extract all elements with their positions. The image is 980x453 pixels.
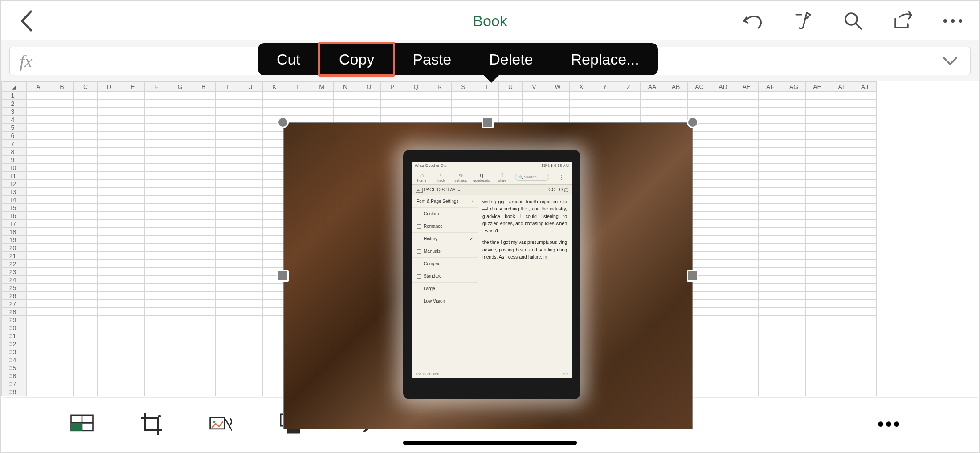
- cell[interactable]: [711, 236, 735, 244]
- cell[interactable]: [145, 388, 168, 396]
- cell[interactable]: [121, 236, 145, 244]
- cell[interactable]: [121, 204, 145, 212]
- cell[interactable]: [617, 92, 641, 100]
- cell[interactable]: [782, 252, 806, 260]
- cell[interactable]: [168, 388, 192, 396]
- row-header[interactable]: 30: [2, 324, 27, 332]
- cell[interactable]: [523, 108, 546, 116]
- cell[interactable]: [27, 108, 50, 116]
- row-header[interactable]: 12: [2, 180, 27, 188]
- cell[interactable]: [98, 252, 121, 260]
- cell[interactable]: [121, 164, 145, 172]
- cell[interactable]: [216, 284, 239, 292]
- cell[interactable]: [735, 244, 759, 252]
- resize-handle-mr[interactable]: [687, 270, 698, 282]
- cell[interactable]: [27, 244, 50, 252]
- column-header[interactable]: AE: [735, 82, 759, 92]
- cell[interactable]: [168, 100, 192, 108]
- column-header[interactable]: Q: [404, 82, 428, 92]
- row-header[interactable]: 25: [2, 284, 27, 292]
- cell[interactable]: [27, 148, 50, 156]
- cell[interactable]: [782, 236, 806, 244]
- search-icon[interactable]: [841, 8, 866, 33]
- cell[interactable]: [759, 212, 782, 220]
- cell[interactable]: [50, 292, 74, 300]
- cell[interactable]: [121, 324, 145, 332]
- cell[interactable]: [782, 164, 806, 172]
- back-button[interactable]: [15, 8, 40, 33]
- cell[interactable]: [759, 100, 782, 108]
- cell[interactable]: [829, 300, 853, 308]
- cell[interactable]: [711, 340, 735, 348]
- cell[interactable]: [782, 172, 806, 180]
- cell[interactable]: [145, 116, 168, 124]
- cell[interactable]: [806, 372, 829, 380]
- cell[interactable]: [98, 92, 121, 100]
- cell[interactable]: [74, 252, 98, 260]
- cell[interactable]: [192, 324, 216, 332]
- cell[interactable]: [27, 156, 50, 164]
- cell[interactable]: [98, 276, 121, 284]
- cell[interactable]: [711, 164, 735, 172]
- cell[interactable]: [759, 124, 782, 132]
- cell[interactable]: [853, 188, 877, 196]
- cell[interactable]: [168, 348, 192, 356]
- cell[interactable]: [334, 108, 357, 116]
- cell[interactable]: [50, 220, 74, 228]
- cell[interactable]: [74, 292, 98, 300]
- share-icon[interactable]: [890, 8, 915, 33]
- cell[interactable]: [121, 340, 145, 348]
- cell[interactable]: [239, 188, 263, 196]
- cell[interactable]: [759, 348, 782, 356]
- cell[interactable]: [664, 108, 688, 116]
- column-header[interactable]: AH: [806, 82, 829, 92]
- cell[interactable]: [570, 108, 593, 116]
- cell[interactable]: [50, 260, 74, 268]
- cell[interactable]: [759, 252, 782, 260]
- cell[interactable]: [239, 236, 263, 244]
- cell[interactable]: [216, 108, 239, 116]
- cell[interactable]: [829, 212, 853, 220]
- cell[interactable]: [782, 348, 806, 356]
- cell[interactable]: [168, 132, 192, 140]
- cell[interactable]: [98, 372, 121, 380]
- cell[interactable]: [121, 372, 145, 380]
- cell[interactable]: [239, 284, 263, 292]
- cell[interactable]: [310, 92, 334, 100]
- cell[interactable]: [145, 172, 168, 180]
- cell[interactable]: [806, 380, 829, 388]
- cell[interactable]: [145, 164, 168, 172]
- cell[interactable]: [829, 124, 853, 132]
- cell[interactable]: [74, 284, 98, 292]
- cell[interactable]: [711, 356, 735, 364]
- cell[interactable]: [239, 276, 263, 284]
- cell[interactable]: [27, 356, 50, 364]
- cell[interactable]: [168, 196, 192, 204]
- cell[interactable]: [711, 244, 735, 252]
- context-menu-copy[interactable]: Copy: [318, 42, 395, 77]
- cell[interactable]: [50, 228, 74, 236]
- cell[interactable]: [381, 92, 404, 100]
- cell[interactable]: [121, 188, 145, 196]
- cell[interactable]: [782, 204, 806, 212]
- cell[interactable]: [192, 164, 216, 172]
- cell[interactable]: [27, 132, 50, 140]
- cell[interactable]: [27, 316, 50, 324]
- cell[interactable]: [759, 156, 782, 164]
- cell[interactable]: [98, 204, 121, 212]
- cell[interactable]: [74, 196, 98, 204]
- cell[interactable]: [853, 204, 877, 212]
- cell[interactable]: [98, 356, 121, 364]
- cell[interactable]: [829, 332, 853, 340]
- cell[interactable]: [145, 236, 168, 244]
- column-header[interactable]: T: [475, 82, 499, 92]
- cell[interactable]: [806, 100, 829, 108]
- cell[interactable]: [192, 364, 216, 372]
- row-header[interactable]: 18: [2, 228, 27, 236]
- cell[interactable]: [829, 260, 853, 268]
- cell[interactable]: [216, 332, 239, 340]
- cell[interactable]: [759, 116, 782, 124]
- cell[interactable]: [711, 284, 735, 292]
- cell[interactable]: [145, 332, 168, 340]
- cell[interactable]: [121, 300, 145, 308]
